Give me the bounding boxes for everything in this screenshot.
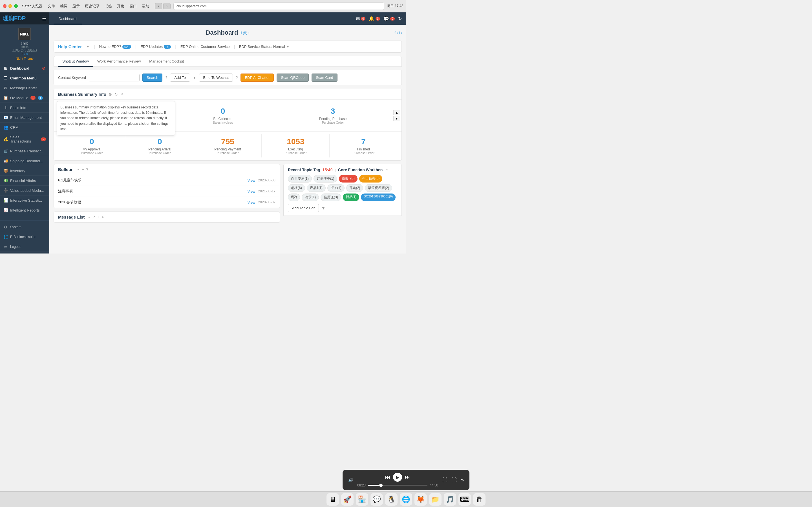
tag-2[interactable]: 订单变更(1) (313, 175, 338, 182)
hamburger-menu[interactable]: ☰ (42, 15, 47, 22)
tag-7[interactable]: 报关(1) (327, 184, 345, 192)
search-button[interactable]: Search (142, 73, 162, 82)
ai-chatter-button[interactable]: EDP AI Chatter (241, 73, 274, 82)
metric-sublabel: Purchase Order (197, 151, 259, 155)
url-bar[interactable]: cloud.lippersoft.com (173, 3, 384, 10)
sidebar-item-purchase-transactions[interactable]: 🛒 Purchase Transact... (0, 146, 49, 156)
sidebar-item-sales-transactions[interactable]: 💰 Sales Transactions 2 (0, 132, 49, 146)
edp-updates-link[interactable]: EDP Updates (7) (140, 45, 171, 49)
tag-11[interactable]: 演示(1) (302, 193, 319, 201)
bulletin-view-link[interactable]: View (248, 200, 255, 205)
sidebar-item-logout[interactable]: ⇦ Logout (0, 242, 49, 252)
bind-wechat-button[interactable]: Bind To Wechat (199, 73, 233, 82)
chat-icon-btn[interactable]: 💬 0 (384, 16, 395, 21)
sidebar-item-interactive-statistics[interactable]: 📊 Interactive Statisti... (0, 195, 49, 205)
sidebar-item-email-management[interactable]: 📧 Email Management (0, 113, 49, 122)
tag-14[interactable]: SO201508230001(6) (361, 193, 396, 201)
message-arrow-icon[interactable]: → (87, 215, 91, 219)
refresh-icon[interactable]: ↻ (114, 92, 118, 97)
refresh-icon-btn[interactable]: ↻ (398, 16, 402, 21)
menu-view[interactable]: 显示 (72, 4, 80, 9)
menu-file[interactable]: 文件 (48, 4, 55, 9)
menu-help[interactable]: 帮助 (142, 4, 149, 9)
bulletin-add-icon[interactable]: + (82, 167, 84, 172)
menu-safari[interactable]: Safari浏览器 (22, 4, 43, 9)
sidebar-item-intelligent-reports[interactable]: 📈 Intelligent Reports (0, 205, 49, 215)
new-to-edp-link[interactable]: New to EDP? (35) (99, 45, 131, 49)
sidebar-item-basic-info[interactable]: ℹ Basic Info (0, 103, 49, 113)
menu-history[interactable]: 历史记录 (85, 4, 100, 9)
message-add-icon[interactable]: + (97, 215, 99, 219)
scroll-down-btn[interactable]: ▼ (393, 116, 400, 121)
sidebar-item-system[interactable]: ⚙ System (0, 222, 49, 232)
tag-3[interactable]: 重要(20) (339, 175, 357, 182)
tag-8[interactable]: 拜访(2) (346, 184, 363, 192)
metric-pending-arrival: 0 Pending Arrival Purchase Order (126, 134, 194, 158)
business-summary: Business Summary Info ⚙ ↻ ↗ Business sum… (54, 89, 402, 161)
add-to-chevron[interactable]: ▼ (193, 76, 196, 80)
help-center-filter-icon[interactable]: ▼ (86, 45, 90, 49)
close-button[interactable] (3, 4, 6, 8)
bell-icon-btn[interactable]: 🔔 3 (369, 16, 380, 21)
add-topic-button[interactable]: Add Topic For (288, 204, 319, 212)
sidebar-item-ebusiness[interactable]: 🌐 E-Business suite (0, 232, 49, 242)
forward-button[interactable]: › (163, 3, 170, 9)
sidebar-item-shipping-documents[interactable]: 🚚 Shipping Documer... (0, 156, 49, 166)
scan-card-button[interactable]: Scan Card (312, 73, 337, 82)
settings-icon[interactable]: ⚙ (109, 92, 112, 97)
menu-bookmarks[interactable]: 书签 (105, 4, 112, 9)
maximize-button[interactable] (14, 4, 18, 8)
sidebar-item-financial-affairs[interactable]: 💵 Financial Affairs (0, 176, 49, 186)
sidebar-item-crm[interactable]: 👥 CRM (0, 122, 49, 132)
bulletin-arrow-icon[interactable]: → (76, 167, 80, 172)
dashboard-icon: ⊞ (3, 66, 8, 70)
contact-keyword-input[interactable] (89, 74, 140, 81)
tag-10[interactable]: #(2) (288, 193, 300, 201)
sidebar-item-common-menu[interactable]: ☰ Common Menu (0, 73, 49, 83)
customer-service-link[interactable]: EDP Online Customer Service (181, 45, 230, 49)
help-center-title[interactable]: Help Center (58, 44, 82, 49)
tag-13[interactable]: 新品(1) (343, 193, 359, 201)
sidebar-item-oa-module[interactable]: 📋 OA Module 1 1 (0, 93, 49, 103)
add-to-button[interactable]: Add To (170, 73, 190, 82)
menu-edit[interactable]: 编辑 (60, 4, 67, 9)
back-button[interactable]: ‹ (155, 3, 162, 9)
night-theme-toggle[interactable]: Night Theme (16, 57, 34, 60)
status-filter-icon[interactable]: ▼ (286, 45, 290, 49)
sidebar-item-label: Financial Affairs (10, 179, 36, 183)
sidebar-item-dashboard[interactable]: ⊞ Dashboard ⊙ (0, 63, 49, 73)
sidebar-item-value-added[interactable]: ➕ Value-added Modu... (0, 186, 49, 195)
bulletin-view-link[interactable]: View (248, 189, 255, 193)
topic-filter-icon[interactable]: ▼ (321, 206, 326, 211)
menu-develop[interactable]: 开发 (117, 4, 124, 9)
tab-management-cockpit[interactable]: Management Cockpit (145, 56, 188, 67)
tab-shortcut-window[interactable]: Shotcut Window (58, 56, 93, 67)
scan-qr-button[interactable]: Scan QRCode (276, 73, 309, 82)
tag-6[interactable]: 产品1(1) (307, 184, 326, 192)
tag-1[interactable]: 而且委届(1) (288, 175, 312, 182)
tab-work-performance[interactable]: Work Performance Review (93, 56, 145, 67)
business-summary-header: Business Summary Info ⚙ ↻ ↗ (54, 89, 402, 100)
mail-icon-btn[interactable]: ✉ 0 (356, 16, 365, 21)
contact-keyword-label: Contact Keyword (58, 75, 86, 80)
sidebar-item-label: Message Center (10, 86, 37, 90)
minimize-button[interactable] (8, 4, 12, 8)
tag-12[interactable]: 信用证(3) (320, 193, 341, 201)
user-company: 上海分公司(总版区) (12, 48, 37, 52)
business-summary-title: Business Summary Info (58, 92, 106, 97)
tag-4[interactable]: 今日任务(8) (359, 175, 383, 182)
dashboard-help-btn[interactable]: ? (1) (394, 31, 402, 35)
sidebar-item-label: CRM (10, 125, 18, 129)
sidebar-item-inventory[interactable]: 📦 Inventory (0, 166, 49, 176)
message-refresh-icon[interactable]: ↻ (101, 215, 105, 219)
sidebar-item-message-center[interactable]: ✉ Message Center (0, 83, 49, 93)
tag-5[interactable]: 老板(6) (288, 184, 305, 192)
tab-dashboard[interactable]: Dashboard (54, 14, 82, 24)
dashboard-info-badge[interactable]: ℹ (5) (241, 31, 248, 35)
metric-sublabel: Purchase Order (264, 151, 326, 155)
scroll-up-btn[interactable]: ▲ (393, 110, 400, 115)
dashboard-arrow[interactable]: › (248, 31, 250, 35)
tag-9[interactable]: 增值税发票(2) (365, 184, 392, 192)
menu-window[interactable]: 窗口 (130, 4, 137, 9)
bulletin-view-link[interactable]: View (248, 178, 255, 182)
